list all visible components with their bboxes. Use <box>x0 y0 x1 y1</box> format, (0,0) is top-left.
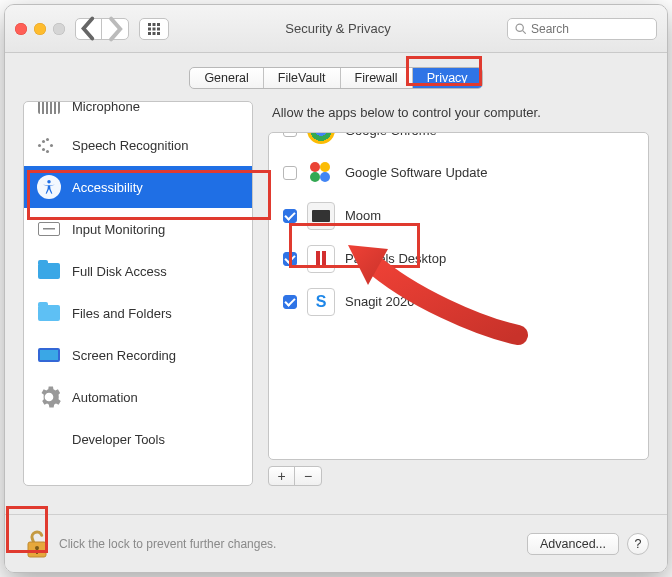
svg-rect-3 <box>148 27 151 30</box>
automation-icon <box>36 384 62 410</box>
remove-app-button[interactable]: − <box>295 467 321 485</box>
files-and-folders-icon <box>36 300 62 326</box>
search-field[interactable] <box>507 18 657 40</box>
svg-line-10 <box>523 31 525 33</box>
close-window-button[interactable] <box>15 23 27 35</box>
category-screen-recording[interactable]: Screen Recording <box>24 334 252 376</box>
app-name: Moom <box>345 208 381 223</box>
toolbar: Security & Privacy <box>5 5 667 53</box>
footer: Click the lock to prevent further change… <box>5 514 667 572</box>
app-checkbox[interactable] <box>283 252 297 266</box>
google-software-update-icon <box>307 159 335 187</box>
right-pane: Allow the apps below to control your com… <box>268 101 649 486</box>
grid-icon <box>147 22 161 36</box>
input-monitoring-icon <box>36 216 62 242</box>
svg-rect-1 <box>153 23 156 26</box>
tab-filevault[interactable]: FileVault <box>264 68 341 88</box>
category-microphone[interactable]: Microphone <box>24 102 252 124</box>
search-input[interactable] <box>531 22 650 36</box>
chevron-right-icon <box>102 16 128 42</box>
category-label: Input Monitoring <box>72 222 165 237</box>
category-accessibility[interactable]: Accessibility <box>24 166 252 208</box>
unlocked-lock-icon <box>23 528 51 560</box>
app-checkbox[interactable] <box>283 295 297 309</box>
window-controls <box>15 23 65 35</box>
category-label: Microphone <box>72 102 140 114</box>
svg-rect-14 <box>36 549 38 554</box>
microphone-icon <box>36 102 62 119</box>
developer-tools-icon <box>36 426 62 452</box>
category-input-monitoring[interactable]: Input Monitoring <box>24 208 252 250</box>
tab-general[interactable]: General <box>190 68 263 88</box>
app-name: Google Chrome <box>345 132 437 138</box>
minimize-window-button[interactable] <box>34 23 46 35</box>
parallels-desktop-icon <box>307 245 335 273</box>
tabs: General FileVault Firewall Privacy <box>189 67 482 89</box>
privacy-category-list[interactable]: Microphone Speech Recognition Accessibil… <box>23 101 253 486</box>
content-panes: Microphone Speech Recognition Accessibil… <box>5 101 667 501</box>
speech-recognition-icon <box>36 132 62 158</box>
app-checkbox[interactable] <box>283 209 297 223</box>
app-list[interactable]: Google Chrome Google Software Update <box>268 132 649 460</box>
category-label: Files and Folders <box>72 306 172 321</box>
lock-note: Click the lock to prevent further change… <box>59 537 276 551</box>
category-speech-recognition[interactable]: Speech Recognition <box>24 124 252 166</box>
app-row[interactable]: Moom <box>269 194 648 237</box>
category-automation[interactable]: Automation <box>24 376 252 418</box>
add-app-button[interactable]: + <box>269 467 295 485</box>
svg-rect-2 <box>157 23 160 26</box>
preferences-window: Security & Privacy General FileVault Fir… <box>4 4 668 573</box>
app-checkbox[interactable] <box>283 166 297 180</box>
category-label: Automation <box>72 390 138 405</box>
svg-point-11 <box>47 180 50 183</box>
category-label: Screen Recording <box>72 348 176 363</box>
back-button[interactable] <box>76 19 102 39</box>
help-button[interactable]: ? <box>627 533 649 555</box>
app-row[interactable]: S Snagit 2020 <box>269 280 648 323</box>
window-title: Security & Privacy <box>179 21 497 36</box>
category-label: Speech Recognition <box>72 138 188 153</box>
app-row[interactable]: Google Chrome <box>269 133 648 151</box>
app-name: Google Software Update <box>345 165 487 180</box>
show-all-button[interactable] <box>139 18 169 40</box>
category-full-disk-access[interactable]: Full Disk Access <box>24 250 252 292</box>
category-label: Accessibility <box>72 180 143 195</box>
search-icon <box>514 22 527 35</box>
app-row[interactable]: Google Software Update <box>269 151 648 194</box>
svg-rect-0 <box>148 23 151 26</box>
snagit-icon: S <box>307 288 335 316</box>
allow-description: Allow the apps below to control your com… <box>272 105 649 120</box>
category-developer-tools[interactable]: Developer Tools <box>24 418 252 460</box>
advanced-button[interactable]: Advanced... <box>527 533 619 555</box>
lock-button[interactable] <box>23 528 51 560</box>
accessibility-icon <box>36 174 62 200</box>
tab-privacy[interactable]: Privacy <box>413 68 482 88</box>
tabs-row: General FileVault Firewall Privacy <box>5 53 667 101</box>
svg-rect-5 <box>157 27 160 30</box>
svg-rect-4 <box>153 27 156 30</box>
add-remove-control: + − <box>268 466 322 486</box>
app-name: Snagit 2020 <box>345 294 414 309</box>
screen-recording-icon <box>36 342 62 368</box>
category-label: Developer Tools <box>72 432 165 447</box>
moom-icon <box>307 202 335 230</box>
svg-rect-6 <box>148 32 151 35</box>
app-row[interactable]: Parallels Desktop <box>269 237 648 280</box>
google-chrome-icon <box>307 132 335 144</box>
tab-firewall[interactable]: Firewall <box>341 68 413 88</box>
chevron-left-icon <box>76 16 101 41</box>
svg-point-9 <box>516 24 523 31</box>
nav-back-forward <box>75 18 129 40</box>
full-disk-access-icon <box>36 258 62 284</box>
app-name: Parallels Desktop <box>345 251 446 266</box>
svg-rect-8 <box>157 32 160 35</box>
category-files-and-folders[interactable]: Files and Folders <box>24 292 252 334</box>
app-checkbox[interactable] <box>283 132 297 137</box>
forward-button[interactable] <box>102 19 128 39</box>
svg-rect-7 <box>153 32 156 35</box>
category-label: Full Disk Access <box>72 264 167 279</box>
zoom-window-button[interactable] <box>53 23 65 35</box>
